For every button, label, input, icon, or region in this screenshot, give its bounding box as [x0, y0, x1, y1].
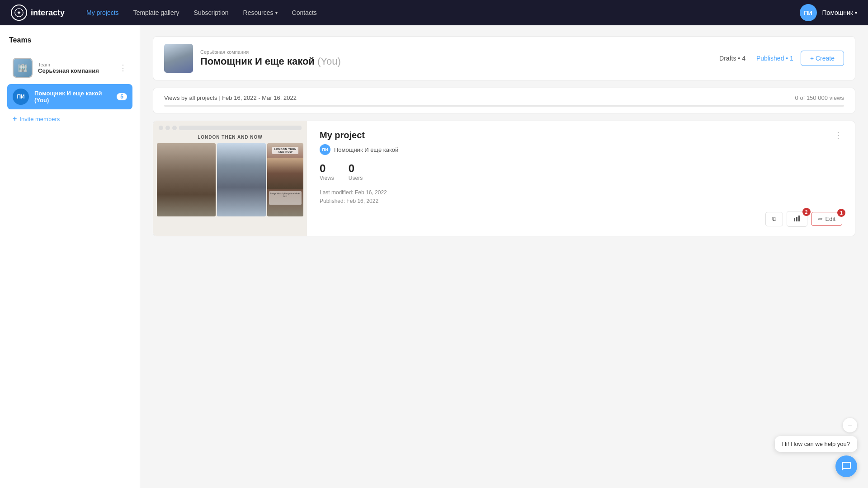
sidebar-title: Teams: [7, 36, 132, 44]
views-date-range: Feb 16, 2022 - Mar 16, 2022: [222, 94, 297, 101]
navbar: interacty My projects Template gallery S…: [0, 0, 868, 25]
team-avatar: 🏢: [13, 58, 33, 78]
nav-resources-label: Resources: [243, 9, 274, 16]
nav-subscription[interactable]: Subscription: [194, 9, 229, 16]
drafts-stat: Drafts • 4: [719, 55, 745, 62]
preview-page-title: London Then And Now: [153, 135, 307, 140]
user-avatar-sidebar: ПИ: [13, 89, 29, 105]
svg-rect-4: [798, 216, 800, 221]
team-name: Серьёзная компания: [38, 67, 113, 74]
project-title: Помощник И еще какой (You): [200, 56, 712, 67]
card-users-num: 0: [349, 162, 363, 175]
card-views-label: Views: [320, 175, 334, 181]
brand-name: interacty: [31, 8, 65, 18]
project-thumb-inner: [164, 44, 193, 73]
project-name: My project: [320, 130, 398, 141]
views-bar: Views by all projects | Feb 16, 2022 - M…: [153, 88, 855, 113]
preview-button[interactable]: ⧉: [765, 212, 783, 226]
edit-label: Edit: [826, 216, 835, 222]
preview-image-1: [157, 143, 216, 216]
project-thumbnail: [164, 44, 193, 73]
main-content: Серьёзная компания Помощник И еще какой …: [140, 25, 868, 488]
user-dropdown-chevron-icon: ▾: [855, 10, 857, 15]
page-layout: Teams 🏢 Team Серьёзная компания ⋮ ПИ Пом…: [0, 25, 868, 488]
views-bar-header: Views by all projects | Feb 16, 2022 - M…: [164, 94, 844, 101]
user-avatar-nav: ПИ: [800, 4, 817, 21]
chat-widget: − Hi! How can we help you?: [775, 418, 857, 477]
nav-template-gallery[interactable]: Template gallery: [133, 9, 179, 16]
sidebar-item-team[interactable]: 🏢 Team Серьёзная компания ⋮: [7, 53, 132, 82]
project-meta: Серьёзная компания Помощник И еще какой …: [200, 49, 712, 67]
plus-icon: +: [13, 115, 17, 123]
svg-rect-2: [794, 218, 795, 221]
chat-bubble: Hi! How can we help you?: [775, 436, 857, 452]
invite-label: Invite members: [19, 116, 60, 122]
project-header: Серьёзная компания Помощник И еще какой …: [153, 36, 855, 80]
last-modified: Last modified: Feb 16, 2022: [320, 188, 842, 197]
preview-top-bar: [153, 121, 307, 135]
preview-dot-1: [159, 126, 163, 130]
card-info-header: My project ПИ Помощник И еще какой ⋮: [320, 130, 842, 155]
preview-image-3-title: London ThenAnd Now: [272, 147, 298, 154]
user-item-name: Помощник И еще какой (You): [34, 90, 111, 103]
project-company: Серьёзная компания: [200, 49, 712, 55]
chevron-down-icon: ▾: [275, 10, 278, 15]
published-stat[interactable]: Published • 1: [756, 55, 793, 62]
preview-image-3: London ThenAnd Now image description pla…: [267, 143, 303, 216]
edit-button[interactable]: ✏ Edit 1: [811, 212, 842, 226]
views-count: 0 of 150 000 views: [795, 94, 844, 101]
preview-images: London ThenAnd Now image description pla…: [153, 141, 307, 218]
nav-my-projects[interactable]: My projects: [86, 9, 119, 16]
preview-dot-3: [172, 126, 177, 130]
analytics-button[interactable]: 2: [787, 211, 807, 227]
team-avatar-image: 🏢: [14, 59, 32, 77]
nav-contacts[interactable]: Contacts: [292, 9, 317, 16]
user-count-badge: 5: [117, 93, 127, 100]
navbar-right: ПИ Помощник ▾: [800, 4, 857, 21]
svg-point-1: [18, 12, 20, 14]
card-info: My project ПИ Помощник И еще какой ⋮ 0 V…: [307, 121, 855, 236]
brand-logo: [11, 5, 27, 21]
user-name-nav[interactable]: Помощник ▾: [822, 9, 857, 16]
project-card: London Then And Now London ThenAnd Now i…: [153, 121, 855, 236]
author-name: Помощник И еще какой: [334, 146, 398, 153]
team-menu-icon[interactable]: ⋮: [119, 63, 127, 73]
preview-image-3-text: image description placeholder text: [269, 191, 302, 205]
project-author: ПИ Помощник И еще какой: [320, 144, 398, 155]
card-stats: 0 Views 0 Users: [320, 162, 842, 181]
card-users-label: Users: [349, 175, 363, 181]
team-info: Team Серьёзная компания: [38, 62, 113, 74]
card-actions: ⧉ 2 ✏ Edit: [320, 211, 842, 227]
create-button[interactable]: + Create: [801, 51, 844, 66]
analytics-icon: [793, 215, 801, 223]
nav-resources[interactable]: Resources ▾: [243, 9, 278, 16]
team-label: Team: [38, 62, 113, 67]
preview-dot-2: [165, 126, 170, 130]
card-dates: Last modified: Feb 16, 2022 Published: F…: [320, 188, 842, 206]
chat-open-button[interactable]: [835, 455, 857, 477]
card-stat-users: 0 Users: [349, 162, 363, 181]
preview-address-bar: [179, 126, 302, 130]
card-title-section: My project ПИ Помощник И еще какой: [320, 130, 398, 155]
analytics-badge: 2: [802, 208, 811, 216]
views-progress-bar: [164, 105, 844, 107]
external-link-icon: ⧉: [772, 216, 776, 223]
project-you-label: (You): [317, 56, 341, 67]
preview-image-2: [217, 143, 266, 216]
chat-minimize-button[interactable]: −: [843, 418, 857, 432]
project-stats: Drafts • 4 Published • 1: [719, 55, 793, 62]
invite-members-button[interactable]: + Invite members: [7, 111, 132, 127]
card-menu-icon[interactable]: ⋮: [834, 130, 842, 140]
sidebar-item-user[interactable]: ПИ Помощник И еще какой (You) 5: [7, 84, 132, 109]
project-title-name: Помощник И еще какой: [200, 56, 315, 67]
svg-rect-3: [796, 217, 797, 221]
edit-badge: 1: [837, 209, 845, 217]
card-views-num: 0: [320, 162, 334, 175]
user-display-name: Помощник: [822, 9, 853, 16]
edit-icon: ✏: [818, 216, 823, 222]
brand-logo-link[interactable]: interacty: [11, 5, 65, 21]
author-avatar: ПИ: [320, 144, 330, 155]
views-label: Views by all projects | Feb 16, 2022 - M…: [164, 94, 297, 101]
card-preview[interactable]: London Then And Now London ThenAnd Now i…: [153, 121, 307, 236]
published-date: Published: Feb 16, 2022: [320, 197, 842, 206]
